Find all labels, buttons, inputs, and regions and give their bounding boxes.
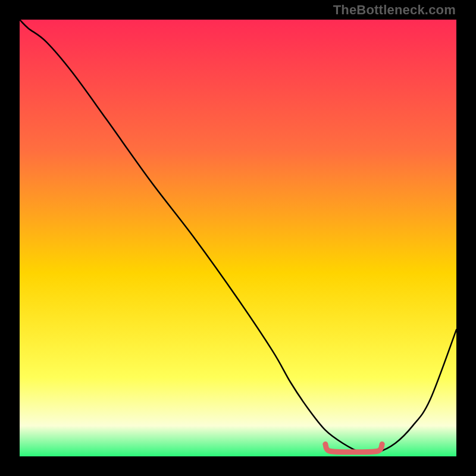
gradient-background xyxy=(20,20,456,456)
outer-frame: TheBottleneck.com xyxy=(0,0,476,476)
plot-area xyxy=(20,20,456,456)
chart-svg xyxy=(20,20,456,456)
watermark-text: TheBottleneck.com xyxy=(333,2,456,18)
